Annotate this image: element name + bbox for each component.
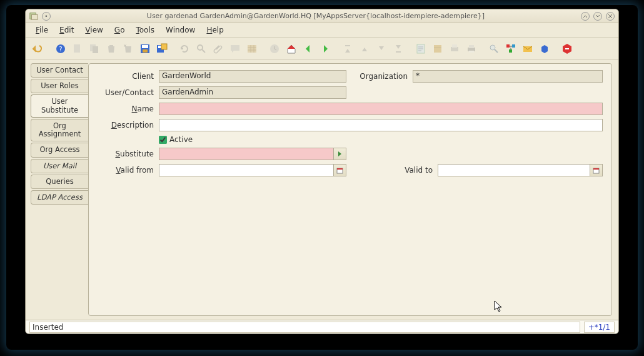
nav-back-icon[interactable] xyxy=(301,41,316,56)
label-user-contact: User/Contact xyxy=(98,88,154,97)
product-info-icon[interactable] xyxy=(537,41,552,56)
field-client: GardenWorld xyxy=(159,70,346,83)
menu-help[interactable]: Help xyxy=(201,23,228,38)
menu-go[interactable]: Go xyxy=(109,23,130,38)
undo-icon[interactable] xyxy=(31,41,46,56)
status-message: Inserted xyxy=(29,322,580,333)
menu-file[interactable]: File xyxy=(31,23,53,38)
last-record-icon[interactable] xyxy=(391,41,406,56)
checkbox-active[interactable]: Active xyxy=(159,135,193,144)
refresh-icon[interactable] xyxy=(177,41,192,56)
app-icon xyxy=(29,12,38,21)
svg-rect-8 xyxy=(142,45,148,48)
label-valid-to: Valid to xyxy=(351,166,433,175)
field-organization: * xyxy=(413,70,603,83)
substitute-picker-icon[interactable] xyxy=(333,148,346,160)
label-description: Description xyxy=(98,121,154,130)
field-name[interactable] xyxy=(159,103,603,115)
tab-user-contact[interactable]: User Contact xyxy=(31,63,88,78)
tab-queries[interactable]: Queries xyxy=(31,175,88,189)
svg-rect-26 xyxy=(509,49,512,53)
history-icon[interactable] xyxy=(267,41,282,56)
field-user-contact: GardenAdmin xyxy=(159,86,346,99)
svg-rect-6 xyxy=(93,46,98,53)
field-description[interactable] xyxy=(159,119,603,131)
print-icon[interactable] xyxy=(464,41,479,56)
menu-window[interactable]: Window xyxy=(161,23,200,38)
statusbar: Inserted +*1/1 xyxy=(26,320,618,333)
svg-rect-12 xyxy=(161,44,167,49)
svg-rect-1 xyxy=(32,14,38,19)
find-icon[interactable] xyxy=(194,41,209,56)
first-record-icon[interactable] xyxy=(340,41,355,56)
chat-icon[interactable] xyxy=(228,41,243,56)
nav-forward-icon[interactable] xyxy=(318,41,333,56)
tab-ldap-access[interactable]: LDAP Access xyxy=(31,190,88,205)
status-record-count: +*1/1 xyxy=(584,322,615,333)
svg-rect-19 xyxy=(452,44,457,48)
svg-rect-32 xyxy=(593,168,599,170)
maximize-button[interactable] xyxy=(593,12,602,21)
menu-tools[interactable]: Tools xyxy=(131,23,159,38)
svg-rect-21 xyxy=(469,45,474,48)
tab-user-substitute[interactable]: User Substitute xyxy=(31,94,88,117)
checkbox-active-input[interactable] xyxy=(159,136,167,144)
label-client: Client xyxy=(98,72,154,81)
close-button[interactable] xyxy=(606,12,615,21)
label-organization: Organization xyxy=(351,72,408,81)
app-window: • User gardenad GardenAdmin@GardenWorld.… xyxy=(25,9,619,334)
svg-rect-9 xyxy=(143,49,148,53)
field-valid-to[interactable] xyxy=(438,164,603,176)
zoom-across-icon[interactable] xyxy=(486,41,501,56)
svg-rect-18 xyxy=(451,47,458,51)
prev-record-icon[interactable] xyxy=(357,41,372,56)
grid-toggle-icon[interactable] xyxy=(244,41,259,56)
new-icon[interactable] xyxy=(70,41,85,56)
valid-to-calendar-icon[interactable] xyxy=(590,165,602,176)
valid-from-calendar-icon[interactable] xyxy=(333,165,346,176)
tab-user-roles[interactable]: User Roles xyxy=(31,79,88,93)
delete-selection-icon[interactable] xyxy=(121,41,136,56)
field-valid-from[interactable] xyxy=(159,164,346,176)
home-icon[interactable] xyxy=(284,41,299,56)
tab-org-access[interactable]: Org Access xyxy=(31,143,88,157)
attachment-icon[interactable] xyxy=(211,41,226,56)
tab-org-assignment[interactable]: Org Assignment xyxy=(31,119,88,141)
copy-icon[interactable] xyxy=(87,41,102,56)
svg-text:?: ? xyxy=(59,46,62,53)
delete-icon[interactable] xyxy=(104,41,119,56)
save-icon[interactable] xyxy=(138,41,153,56)
window-menu-icon[interactable]: • xyxy=(42,12,51,21)
svg-rect-24 xyxy=(506,44,510,48)
menu-view[interactable]: View xyxy=(80,23,108,38)
report-icon[interactable] xyxy=(413,41,428,56)
menu-edit[interactable]: Edit xyxy=(54,23,79,38)
minimize-button[interactable] xyxy=(581,12,590,21)
archive-icon[interactable] xyxy=(430,41,445,56)
print-preview-icon[interactable] xyxy=(447,41,462,56)
toolbar: ? xyxy=(26,38,618,59)
window-title: User gardenad GardenAdmin@GardenWorld.HQ… xyxy=(54,12,577,20)
label-active: Active xyxy=(169,135,193,144)
svg-rect-28 xyxy=(565,48,569,49)
help-icon[interactable]: ? xyxy=(53,41,68,56)
label-substitute: Substitute xyxy=(98,150,154,158)
save-new-icon[interactable] xyxy=(154,41,169,56)
svg-rect-25 xyxy=(512,44,515,48)
titlebar: • User gardenad GardenAdmin@GardenWorld.… xyxy=(26,9,618,23)
label-valid-from: Valid from xyxy=(98,166,154,175)
svg-point-23 xyxy=(490,45,495,50)
field-substitute[interactable] xyxy=(159,148,346,160)
end-icon[interactable] xyxy=(560,41,575,56)
label-name: Name xyxy=(98,104,154,113)
svg-rect-30 xyxy=(337,168,343,170)
next-record-icon[interactable] xyxy=(374,41,389,56)
tab-user-mail[interactable]: User Mail xyxy=(31,159,88,173)
svg-point-13 xyxy=(198,45,203,50)
form-panel: Client GardenWorld Organization * User/C… xyxy=(88,63,612,316)
svg-rect-22 xyxy=(469,51,474,53)
menubar: File Edit View Go Tools Window Help xyxy=(26,23,618,38)
request-icon[interactable] xyxy=(520,41,535,56)
svg-rect-4 xyxy=(74,44,80,53)
workflow-icon[interactable] xyxy=(503,41,518,56)
